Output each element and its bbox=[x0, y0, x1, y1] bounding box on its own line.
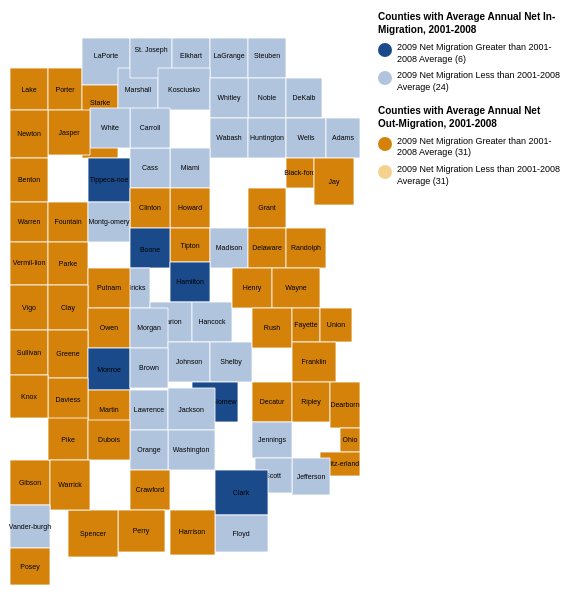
county-monroe bbox=[88, 348, 130, 390]
legend-dot-light-blue bbox=[378, 71, 392, 85]
county-wabash bbox=[210, 118, 248, 158]
county-orange bbox=[130, 430, 168, 470]
county-jennings bbox=[252, 422, 292, 458]
county-gibson bbox=[10, 460, 50, 505]
county-whitley bbox=[210, 78, 248, 118]
county-decatur bbox=[252, 382, 292, 422]
county-ohio bbox=[340, 428, 360, 452]
county-lawrence bbox=[130, 390, 168, 430]
county-cass bbox=[130, 148, 170, 188]
county-owen bbox=[88, 308, 130, 348]
county-johnson bbox=[168, 342, 210, 382]
county-dearborn bbox=[330, 382, 360, 428]
county-sullivan bbox=[10, 330, 48, 375]
county-franklin bbox=[292, 342, 336, 382]
county-tipton bbox=[170, 228, 210, 262]
county-madison bbox=[210, 228, 248, 268]
county-clinton bbox=[130, 188, 170, 228]
legend-dot-dark-blue bbox=[378, 43, 392, 57]
county-washington bbox=[168, 430, 215, 470]
legend-label-4: 2009 Net Migration Less than 2001-2008 A… bbox=[397, 164, 562, 187]
county-clay bbox=[48, 285, 88, 330]
county-porter bbox=[48, 68, 82, 110]
legend-dot-light-orange bbox=[378, 165, 392, 179]
county-rush bbox=[252, 308, 292, 348]
legend-item-1: 2009 Net Migration Greater than 2001-200… bbox=[378, 42, 562, 65]
county-perry bbox=[118, 510, 165, 552]
county-tippecanoe bbox=[88, 158, 130, 202]
county-carroll bbox=[130, 108, 170, 148]
county-grant bbox=[248, 188, 286, 228]
legend-item-3: 2009 Net Migration Greater than 2001-200… bbox=[378, 136, 562, 159]
county-fountain bbox=[48, 202, 88, 242]
county-spencer bbox=[68, 510, 118, 557]
county-fayette bbox=[292, 308, 320, 342]
legend-item-4: 2009 Net Migration Less than 2001-2008 A… bbox=[378, 164, 562, 187]
county-howard bbox=[170, 188, 210, 228]
county-warren bbox=[10, 202, 48, 242]
county-jay bbox=[314, 158, 354, 205]
county-benton bbox=[10, 158, 48, 202]
county-vanderburgh bbox=[10, 505, 50, 548]
legend-title-2: Counties with Average Annual Net Out-Mig… bbox=[378, 104, 562, 130]
county-parke bbox=[48, 242, 88, 285]
county-union bbox=[320, 308, 352, 342]
county-delaware bbox=[248, 228, 286, 268]
county-henry bbox=[232, 268, 272, 308]
county-harrison bbox=[170, 510, 215, 555]
county-ripley bbox=[292, 382, 330, 422]
legend-label-1: 2009 Net Migration Greater than 2001-200… bbox=[397, 42, 562, 65]
county-wayne bbox=[272, 268, 320, 308]
county-brown bbox=[130, 348, 168, 388]
legend-item-2: 2009 Net Migration Less than 2001-2008 A… bbox=[378, 70, 562, 93]
county-dekalb bbox=[286, 78, 322, 118]
county-dubois bbox=[88, 420, 130, 460]
county-steuben bbox=[248, 38, 286, 78]
county-blackford bbox=[286, 158, 314, 188]
county-posey bbox=[10, 548, 50, 585]
county-vigo bbox=[10, 285, 48, 330]
county-daviess bbox=[48, 378, 88, 420]
county-crawford bbox=[130, 470, 170, 510]
county-pike bbox=[48, 418, 88, 460]
county-wells bbox=[286, 118, 326, 158]
county-randolph bbox=[286, 228, 326, 268]
county-clark bbox=[215, 470, 268, 515]
county-jefferson bbox=[292, 458, 330, 495]
county-hancock bbox=[192, 302, 232, 342]
county-shelby bbox=[210, 342, 252, 382]
legend-dot-dark-orange bbox=[378, 137, 392, 151]
county-montgomery bbox=[88, 202, 130, 242]
county-noble bbox=[248, 78, 286, 118]
county-warrick bbox=[50, 460, 90, 510]
county-morgan bbox=[130, 308, 168, 348]
county-knox bbox=[10, 375, 48, 418]
legend-title-1: Counties with Average Annual Net In-Migr… bbox=[378, 10, 562, 36]
county-miami bbox=[170, 148, 210, 188]
county-putnam bbox=[88, 268, 130, 308]
county-lagrange bbox=[210, 38, 248, 78]
legend-label-3: 2009 Net Migration Greater than 2001-200… bbox=[397, 136, 562, 159]
legend-panel: Counties with Average Annual Net In-Migr… bbox=[370, 0, 570, 599]
map-container: Lake Porter LaPorte Starke Marshall Pula… bbox=[0, 0, 370, 599]
county-hamilton bbox=[170, 262, 210, 302]
legend-label-2: 2009 Net Migration Less than 2001-2008 A… bbox=[397, 70, 562, 93]
county-newton bbox=[10, 110, 48, 158]
county-vermillion bbox=[10, 242, 48, 285]
county-kosciusko bbox=[158, 68, 210, 110]
county-greene bbox=[48, 330, 88, 378]
county-jasper bbox=[48, 110, 90, 155]
county-floyd bbox=[215, 515, 268, 552]
county-adams bbox=[326, 118, 360, 158]
county-jackson bbox=[168, 388, 215, 430]
county-lake bbox=[10, 68, 48, 110]
county-boone bbox=[130, 228, 170, 268]
county-white bbox=[90, 108, 130, 148]
county-huntington bbox=[248, 118, 286, 158]
